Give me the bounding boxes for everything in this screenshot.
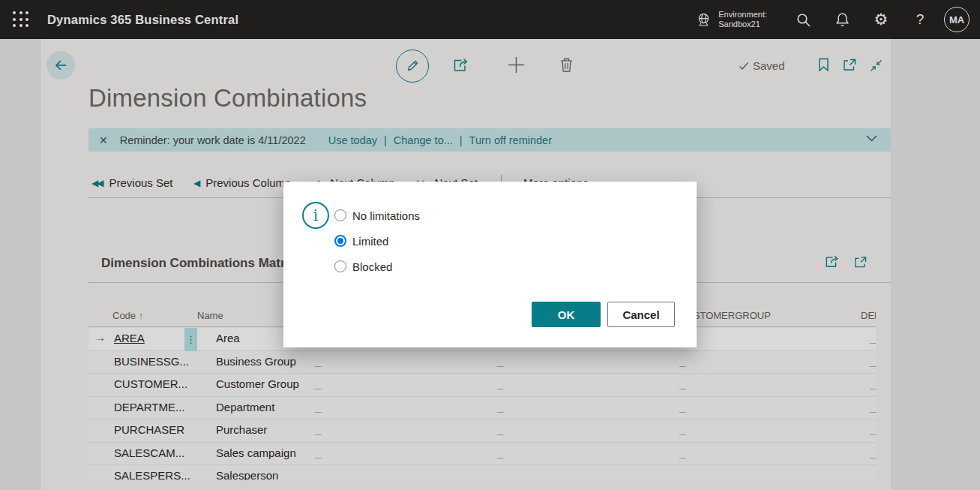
radio-option-no-limitations[interactable]: No limitations: [334, 208, 420, 223]
radio-option-limited[interactable]: Limited: [334, 233, 388, 248]
ok-button[interactable]: OK: [532, 302, 601, 327]
radio-icon[interactable]: [334, 209, 346, 221]
info-icon: i: [302, 202, 329, 229]
screen: Dynamics 365 Business Central Environmen…: [0, 0, 980, 490]
limitation-dialog: i No limitations Limited Blocked OK Canc…: [283, 182, 697, 347]
radio-option-blocked[interactable]: Blocked: [334, 259, 392, 274]
radio-icon[interactable]: [334, 260, 346, 272]
cancel-button[interactable]: Cancel: [607, 302, 675, 327]
radio-selected-icon[interactable]: [334, 235, 346, 247]
